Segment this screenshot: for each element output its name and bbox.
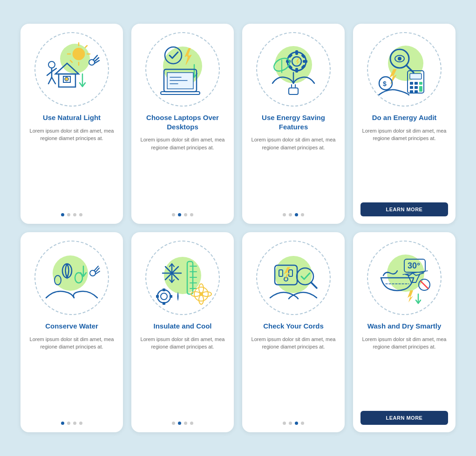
svg-marker-120 bbox=[408, 290, 413, 302]
dot-1 bbox=[172, 422, 175, 425]
card-desc-laptops: Lorem ipsum dolor sit dim amet, mea regi… bbox=[139, 136, 226, 208]
card-desc-natural-light: Lorem ipsum dolor sit dim amet, mea regi… bbox=[28, 127, 116, 208]
dot-3 bbox=[73, 422, 76, 425]
svg-rect-36 bbox=[295, 50, 298, 55]
svg-rect-103 bbox=[156, 295, 159, 298]
svg-text:30°: 30° bbox=[408, 261, 420, 270]
learn-more-button-1[interactable]: LEARN MORE bbox=[360, 202, 448, 216]
icon-area-energy-audit: $ bbox=[367, 32, 442, 107]
dot-3 bbox=[184, 422, 187, 425]
dots-laptops bbox=[172, 213, 193, 216]
svg-point-1 bbox=[73, 48, 85, 60]
svg-line-16 bbox=[48, 77, 52, 84]
icon-area-laptops bbox=[145, 32, 220, 107]
learn-more-button-2[interactable]: LEARN MORE bbox=[360, 411, 448, 425]
dot-3 bbox=[184, 213, 187, 216]
svg-rect-104 bbox=[170, 295, 172, 298]
icon-area-check-cords bbox=[256, 241, 331, 315]
svg-point-55 bbox=[398, 57, 401, 60]
svg-point-105 bbox=[275, 256, 312, 293]
dot-4 bbox=[190, 422, 193, 425]
icon-area-insulate bbox=[145, 241, 220, 315]
svg-rect-61 bbox=[410, 86, 413, 89]
card-desc-energy-saving: Lorem ipsum dolor sit dim amet, mea regi… bbox=[250, 136, 337, 208]
card-desc-insulate: Lorem ipsum dolor sit dim amet, mea regi… bbox=[139, 335, 226, 416]
svg-rect-65 bbox=[415, 90, 418, 93]
card-desc-check-cords: Lorem ipsum dolor sit dim amet, mea regi… bbox=[250, 335, 337, 416]
svg-rect-60 bbox=[419, 82, 422, 85]
svg-point-99 bbox=[157, 290, 170, 303]
svg-line-17 bbox=[52, 77, 55, 84]
svg-rect-59 bbox=[415, 82, 418, 85]
card-title-natural-light: Use Natural Light bbox=[43, 113, 101, 122]
card-conserve-water: Conserve Water Lorem ipsum dolor sit dim… bbox=[20, 232, 123, 432]
dots-natural-light bbox=[61, 213, 82, 216]
svg-point-19 bbox=[89, 60, 95, 65]
svg-point-12 bbox=[48, 61, 55, 68]
dot-1 bbox=[61, 213, 64, 216]
svg-rect-64 bbox=[410, 90, 413, 93]
dot-4 bbox=[301, 422, 304, 425]
dots-insulate bbox=[172, 422, 193, 425]
card-grid: Use Natural Light Lorem ipsum dolor sit … bbox=[9, 13, 467, 443]
dots-conserve-water bbox=[61, 422, 82, 425]
svg-point-69 bbox=[53, 255, 88, 291]
svg-rect-37 bbox=[295, 68, 298, 73]
card-energy-saving: Use Energy Saving Features Lorem ipsum d… bbox=[242, 24, 345, 224]
svg-line-14 bbox=[47, 72, 52, 75]
svg-line-119 bbox=[421, 281, 428, 288]
svg-point-94 bbox=[199, 284, 204, 293]
card-title-energy-audit: Do an Energy Audit bbox=[372, 113, 437, 122]
dot-4 bbox=[190, 213, 193, 216]
dot-2 bbox=[67, 422, 70, 425]
dot-1 bbox=[283, 213, 286, 216]
svg-point-97 bbox=[202, 292, 211, 296]
svg-text:$: $ bbox=[383, 80, 387, 87]
card-wash-dry: 30° Wash and Dry Smartly Lorem ipsum dol… bbox=[353, 232, 456, 432]
svg-rect-58 bbox=[410, 82, 413, 85]
card-title-laptops: Choose Laptops Over Desktops bbox=[139, 113, 226, 131]
card-title-conserve-water: Conserve Water bbox=[45, 322, 98, 331]
card-title-energy-saving: Use Energy Saving Features bbox=[250, 113, 337, 131]
card-desc-conserve-water: Lorem ipsum dolor sit dim amet, mea regi… bbox=[28, 335, 116, 416]
svg-line-6 bbox=[85, 46, 87, 47]
card-title-insulate: Insulate and Cool bbox=[153, 322, 211, 331]
dot-4 bbox=[79, 422, 82, 425]
dot-2 bbox=[178, 422, 181, 425]
svg-rect-38 bbox=[303, 60, 307, 63]
svg-rect-62 bbox=[415, 86, 418, 89]
card-title-check-cords: Check Your Cords bbox=[263, 322, 323, 331]
dot-1 bbox=[61, 422, 64, 425]
icon-area-conserve-water bbox=[34, 241, 109, 315]
dots-energy-saving bbox=[283, 213, 304, 216]
dot-1 bbox=[172, 213, 175, 216]
svg-rect-102 bbox=[163, 302, 165, 305]
icon-area-natural-light bbox=[34, 32, 109, 107]
card-insulate: Insulate and Cool Lorem ipsum dolor sit … bbox=[131, 232, 234, 432]
dot-1 bbox=[283, 422, 286, 425]
card-desc-energy-audit: Lorem ipsum dolor sit dim amet, mea regi… bbox=[360, 127, 448, 197]
dot-2 bbox=[289, 213, 292, 216]
dots-check-cords bbox=[283, 422, 304, 425]
svg-rect-63 bbox=[419, 86, 422, 92]
icon-area-energy-saving bbox=[256, 32, 331, 107]
dot-4 bbox=[79, 213, 82, 216]
svg-rect-48 bbox=[289, 88, 298, 94]
svg-rect-29 bbox=[161, 92, 200, 94]
card-laptops: Choose Laptops Over Desktops Lorem ipsum… bbox=[131, 24, 234, 224]
svg-point-11 bbox=[65, 77, 68, 81]
card-desc-wash-dry: Lorem ipsum dolor sit dim amet, mea regi… bbox=[360, 335, 448, 406]
svg-rect-101 bbox=[163, 288, 165, 291]
dot-2 bbox=[67, 213, 70, 216]
dot-2 bbox=[178, 213, 181, 216]
dot-3 bbox=[295, 422, 298, 425]
svg-rect-57 bbox=[410, 74, 422, 79]
svg-point-74 bbox=[90, 270, 95, 276]
svg-point-95 bbox=[199, 295, 204, 304]
dot-3 bbox=[295, 213, 298, 216]
dot-2 bbox=[289, 422, 292, 425]
card-energy-audit: $ Do an Energy Audit Lorem ipsum dolor s… bbox=[353, 24, 456, 224]
icon-area-wash-dry: 30° bbox=[367, 241, 442, 315]
svg-line-112 bbox=[311, 282, 317, 288]
svg-point-98 bbox=[199, 292, 203, 296]
